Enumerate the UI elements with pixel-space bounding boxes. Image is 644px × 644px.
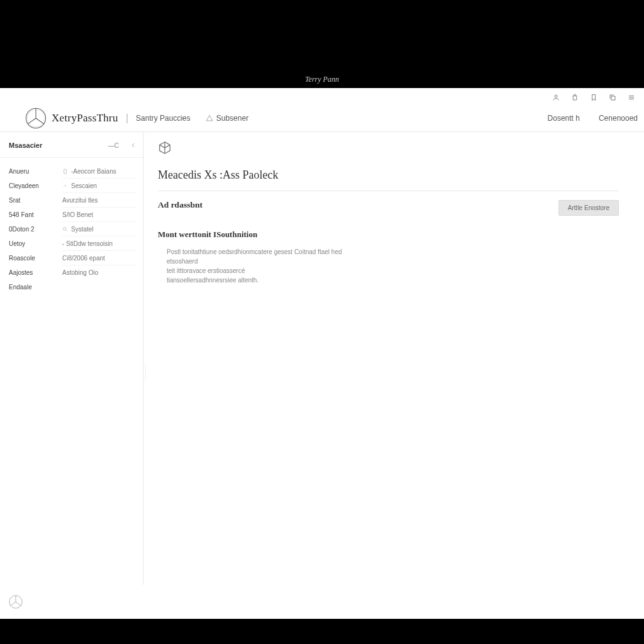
user-icon[interactable] [552,92,560,100]
nav-purchases-label: Santry Pauccies [136,114,191,123]
bag-icon[interactable] [571,92,579,100]
page-title: Meacedis Xs :Ass Paoleck [158,169,619,191]
sidebar-item-5[interactable]: Uetoy [9,236,60,251]
nav-purchases[interactable]: Santry Pauccies [136,114,191,123]
sidebar-item-1[interactable]: Cleyadeen [9,179,60,193]
sidebar-toggle-label: —C [108,142,119,149]
brand-separator: | [126,113,128,124]
brand-name: XetryPassThru [52,112,118,125]
sidebar-val-4[interactable]: Systatel [62,222,136,236]
window-titlebar: Terry Pann [0,0,644,88]
sidebar-header-title: Msasacier [9,142,42,149]
sidebar-val-2[interactable]: Avurzitui tles [62,193,136,208]
section-b-heading: Mont werttonit ISouthnition [158,230,619,240]
device-icon [62,169,68,174]
sidebar-val-6[interactable]: Ci8/2006 epant [62,251,136,265]
bottom-bar [0,619,644,644]
sidebar-item-8[interactable]: Endaale [9,280,60,294]
mercedes-logo-icon [25,108,47,129]
search-icon [62,226,68,232]
footer [0,585,644,619]
nav-subscriber[interactable]: Subsener [206,114,248,123]
window-title: Terry Pann [305,75,339,84]
nav-account[interactable]: Dosentt h [548,114,580,123]
main-content: Meacedis Xs :Ass Paoleck Ad rdassbnt Art… [143,132,644,585]
menu-icon[interactable] [628,92,635,100]
sidebar-item-4[interactable]: 0Doton 2 [9,222,60,236]
article-button[interactable]: Arttle Enostore [558,200,619,216]
chevron-left-icon[interactable] [130,140,136,151]
svg-rect-4 [64,169,67,174]
sidebar-val-3[interactable]: S/IO Benet [62,208,136,222]
svg-point-5 [64,227,67,230]
svg-rect-1 [611,96,615,100]
sidebar-val-7[interactable]: Astobing Oio [62,265,136,280]
sidebar-right-col: -Aeocorr Baians Sescaien Avurzitui tles … [60,164,143,294]
svg-point-0 [555,95,557,97]
utility-bar [0,88,644,104]
package-icon [158,141,619,157]
description-text: Postl tonitathtiune oedsrdhionmcatere ge… [158,247,359,285]
sidebar-val-5[interactable]: - StiDdw tensoisin [62,236,136,251]
warning-icon [206,114,213,122]
sidebar-item-3[interactable]: 548 Fant [9,208,60,222]
sidebar-item-2[interactable]: Srat [9,193,60,208]
sidebar-item-0[interactable]: Anueru [9,164,60,179]
section-a-heading: Ad rdassbnt [158,200,203,210]
sidebar: Msasacier —C Anueru Cleyadeen Srat 548 F… [0,132,143,585]
divider-stub [145,365,146,380]
brand-nav-row: XetryPassThru | Santry Pauccies Subsener… [0,104,644,132]
sidebar-header: Msasacier —C [0,140,143,158]
sidebar-left-col: Anueru Cleyadeen Srat 548 Fant 0Doton 2 … [0,164,60,294]
sidebar-item-7[interactable]: Aajostes [9,265,60,280]
mercedes-logo-footer-icon [9,595,23,609]
sidebar-val-1[interactable]: Sescaien [62,179,136,193]
chevron-up-icon [62,183,68,189]
sidebar-val-0[interactable]: -Aeocorr Baians [62,164,136,179]
sidebar-item-6[interactable]: Roascole [9,251,60,265]
nav-connected[interactable]: Cenenooed [599,114,638,123]
bookmark-icon[interactable] [590,92,597,100]
copy-icon[interactable] [609,92,616,100]
nav-subscriber-label: Subsener [216,114,248,123]
